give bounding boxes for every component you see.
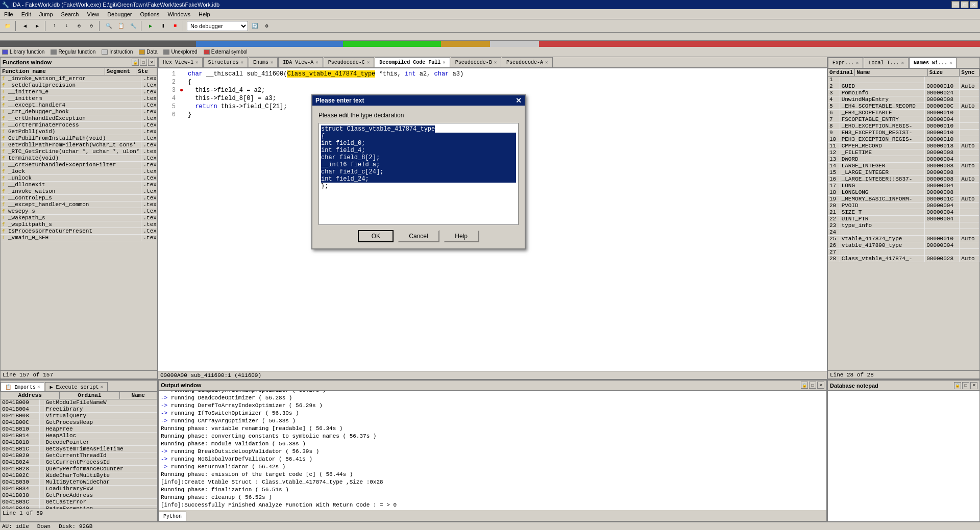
- menu-windows[interactable]: Windows: [163, 10, 194, 18]
- names-row[interactable]: 12_FILETIME00000008: [828, 149, 979, 156]
- function-row[interactable]: f __crtTerminateProcess.text004: [1, 121, 157, 128]
- function-row[interactable]: f GetPdbllFromInstallPath(void).text004: [1, 135, 157, 141]
- tab-python[interactable]: Python: [159, 512, 186, 521]
- pause-button[interactable]: ⏸: [157, 20, 168, 32]
- tb-btn-11[interactable]: ⚙: [261, 20, 273, 32]
- names-row[interactable]: 21SIZE_T00000004: [828, 209, 979, 215]
- names-row[interactable]: 6_EH4_SCOPETABLE00000010: [828, 109, 979, 116]
- menu-jump[interactable]: Jump: [35, 10, 57, 18]
- functions-scroll[interactable]: f _invoke_watson_if_error.text004f _setd…: [1, 75, 157, 371]
- function-row[interactable]: f GetPdbll(void).text004: [1, 128, 157, 135]
- notepad-float-button[interactable]: □: [962, 382, 969, 389]
- import-row[interactable]: 0041B008VirtualQuery: [1, 413, 157, 419]
- output-lock-button[interactable]: 🔒: [801, 382, 808, 389]
- tb-btn-3[interactable]: ↑: [49, 20, 60, 32]
- output-content[interactable]: -> running VarDefForLoopOptimizer ( 56.2…: [159, 391, 826, 510]
- names-row[interactable]: 1: [828, 77, 979, 83]
- names-row[interactable]: 14LARGE_INTEGER00000008Auto: [828, 162, 979, 169]
- import-row[interactable]: 0041B034LoadLibraryExW: [1, 486, 157, 492]
- import-row[interactable]: 0041B000GetModuleFileNameW: [1, 399, 157, 406]
- names-row[interactable]: 11CPPEH_RECORD00000018Auto: [828, 142, 979, 149]
- functions-panel-controls[interactable]: 🔒 □ ✕: [132, 59, 155, 66]
- names-scroll[interactable]: 12GUID00000010Auto3PomoInfo000000244Unwi…: [828, 77, 979, 371]
- tb-btn-8[interactable]: 📋: [115, 20, 127, 32]
- import-row[interactable]: 0041B010HeapFree: [1, 426, 157, 433]
- function-row[interactable]: f __except_handler4.text004: [1, 102, 157, 108]
- tab-close-hex[interactable]: ✕: [195, 60, 198, 65]
- minimize-button[interactable]: ─: [951, 1, 960, 8]
- tab-ida-view[interactable]: IDA View-A ✕: [278, 57, 323, 67]
- names-row[interactable]: 7FSCOPETABLE_ENTRY00000004: [828, 116, 979, 122]
- function-row[interactable]: f _crt_debugger_hook.text004: [1, 108, 157, 115]
- tab-close-pa[interactable]: ✕: [545, 60, 548, 65]
- tb-btn-5[interactable]: ⊕: [74, 20, 85, 32]
- names-row[interactable]: 27: [828, 248, 979, 255]
- function-row[interactable]: f terminate(void).text004: [1, 155, 157, 161]
- function-row[interactable]: f _lock.text004: [1, 168, 157, 174]
- function-row[interactable]: f IsProcessorFeaturePresent.text004: [1, 228, 157, 234]
- menu-debugger[interactable]: Debugger: [103, 10, 136, 18]
- names-row[interactable]: 8_EHO_EXCEPTION_REGIS-00000010: [828, 122, 979, 129]
- names-row[interactable]: 25vtable_417874_type00000010Auto: [828, 235, 979, 242]
- code-view[interactable]: 1 char __thiscall sub_411600(Class_vtabl…: [158, 68, 827, 371]
- import-row[interactable]: 0041B01CGetSystemTimeAsFileTime: [1, 446, 157, 452]
- names-row[interactable]: 22UINT_PTR00000004: [828, 215, 979, 222]
- tab-close-dc[interactable]: ✕: [443, 60, 445, 65]
- output-close-button[interactable]: ✕: [817, 382, 824, 389]
- function-row[interactable]: f _invoke_watson_if_error.text004: [1, 75, 157, 82]
- stop-button[interactable]: ■: [169, 20, 181, 32]
- notepad-close-button[interactable]: ✕: [970, 382, 977, 389]
- names-row[interactable]: 19_MEMORY_BASIC_INFORM-0000001CAuto: [828, 195, 979, 202]
- tb-btn-6[interactable]: ⊖: [86, 20, 97, 32]
- menu-view[interactable]: View: [83, 10, 103, 18]
- tb-btn-10[interactable]: 🔄: [249, 20, 260, 32]
- tab-pseudocode-a[interactable]: Pseudocode-A ✕: [502, 57, 552, 67]
- tab-close-structures[interactable]: ✕: [240, 60, 243, 65]
- tb-btn-7[interactable]: 🔍: [103, 20, 114, 32]
- tab-close-enums[interactable]: ✕: [271, 60, 273, 65]
- import-row[interactable]: 0041B018DecodePointer: [1, 439, 157, 446]
- function-row[interactable]: f __controlFp_s.text004: [1, 194, 157, 201]
- new-button[interactable]: 📁: [2, 20, 13, 32]
- tb-btn-9[interactable]: 🔧: [128, 20, 139, 32]
- forward-button[interactable]: ▶: [32, 20, 43, 32]
- function-row[interactable]: f GetPdbllPathFromFilePath(wchar_t cons*…: [1, 141, 157, 148]
- names-row[interactable]: 10PEH3_EXCEPTION_REGIS-00000010: [828, 136, 979, 142]
- names-row[interactable]: 18LONGLONG00000008: [828, 189, 979, 195]
- names-row[interactable]: 5_EH4_SCOPETABLE_RECORD0000000CAuto: [828, 103, 979, 109]
- function-row[interactable]: f __initterm_e.text004: [1, 88, 157, 95]
- names-row[interactable]: 17LONG00000004: [828, 182, 979, 189]
- import-row[interactable]: 0041B030MultiByteToWideChar: [1, 479, 157, 486]
- names-row[interactable]: 2GUID00000010Auto: [828, 83, 979, 89]
- functions-float-button[interactable]: □: [140, 59, 147, 66]
- import-row[interactable]: 0041B014HeapAlloc: [1, 433, 157, 439]
- title-bar-controls[interactable]: ─ □ ✕: [951, 1, 978, 8]
- tab-hex-view[interactable]: Hex View-1 ✕: [158, 57, 203, 67]
- back-button[interactable]: ◀: [19, 20, 31, 32]
- function-row[interactable]: f _vmain_0_SEH.text004: [1, 234, 157, 241]
- function-row[interactable]: f __initterm.text004: [1, 95, 157, 102]
- function-row[interactable]: f __except_handler4_common.text004: [1, 201, 157, 208]
- tab-names-wi[interactable]: Names wi... ✕: [909, 58, 957, 68]
- import-row[interactable]: 0041B020GetCurrentThreadId: [1, 452, 157, 459]
- tab-expr[interactable]: Expr... ✕: [828, 58, 863, 68]
- names-row[interactable]: 9EH3_EXCEPTION_REGIST-00000010: [828, 129, 979, 136]
- menu-file[interactable]: File: [0, 10, 17, 18]
- import-row[interactable]: 0041B038GetProcAddress: [1, 492, 157, 499]
- tab-enums[interactable]: Enums ✕: [249, 57, 278, 67]
- menu-edit[interactable]: Edit: [17, 10, 35, 18]
- tab-imports[interactable]: 📋 Imports ✕: [1, 382, 44, 391]
- names-row[interactable]: 24: [828, 229, 979, 235]
- tab-local-t[interactable]: Local T... ✕: [864, 58, 908, 68]
- tb-btn-4[interactable]: ↓: [61, 20, 72, 32]
- tab-close-ida[interactable]: ✕: [315, 60, 318, 65]
- output-panel-controls[interactable]: 🔒 □ ✕: [801, 382, 824, 389]
- names-row[interactable]: 28Class_vtable_417874_-00000028Auto: [828, 255, 979, 262]
- notepad-content[interactable]: [828, 391, 979, 521]
- names-row[interactable]: 26vtable_417890_type00000004: [828, 242, 979, 248]
- output-float-button[interactable]: □: [809, 382, 816, 389]
- function-row[interactable]: f _wsplitpath_s.text004: [1, 221, 157, 228]
- import-row[interactable]: 0041B024GetCurrentProcessId: [1, 459, 157, 466]
- tab-close-pc[interactable]: ✕: [367, 60, 370, 65]
- names-row[interactable]: 20PVOID00000004: [828, 202, 979, 209]
